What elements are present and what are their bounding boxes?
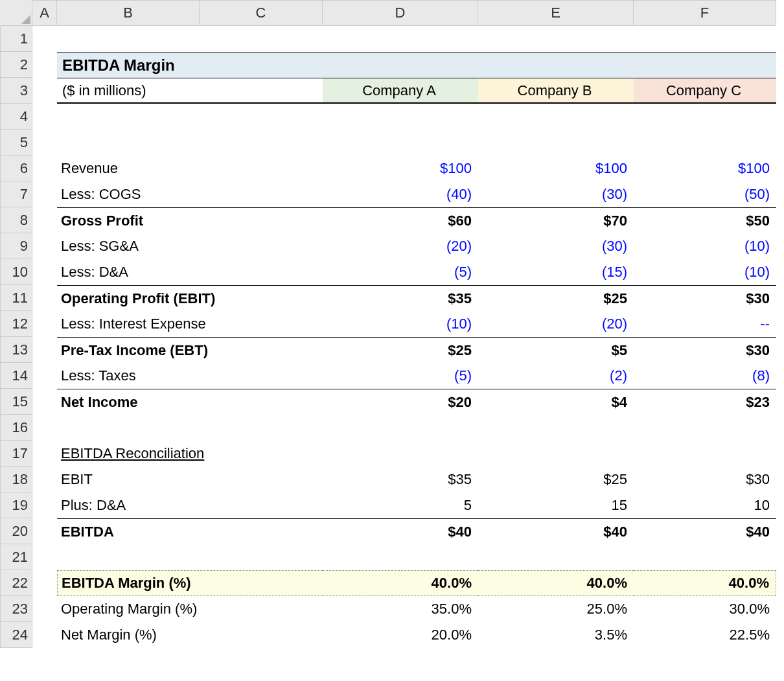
cell[interactable] <box>323 104 478 130</box>
cell[interactable] <box>200 26 323 52</box>
cell[interactable] <box>32 596 57 622</box>
cell[interactable] <box>634 26 776 52</box>
row-header[interactable]: 21 <box>0 544 32 570</box>
company-header[interactable]: Company A <box>323 78 478 104</box>
cell[interactable] <box>32 337 57 363</box>
row-header[interactable]: 20 <box>0 518 32 544</box>
value-cell[interactable]: 20.0% <box>323 622 478 648</box>
value-cell[interactable]: $40 <box>478 518 634 544</box>
value-cell[interactable]: 35.0% <box>323 596 478 622</box>
cell[interactable] <box>200 415 323 441</box>
col-header[interactable]: F <box>634 0 776 26</box>
value-cell[interactable]: $25 <box>323 337 478 363</box>
cell[interactable] <box>478 26 634 52</box>
row-header[interactable]: 12 <box>0 311 32 337</box>
label-cell[interactable]: Operating Margin (%) <box>57 596 323 622</box>
select-all-corner[interactable] <box>0 0 32 26</box>
value-cell[interactable]: $40 <box>323 518 478 544</box>
value-cell[interactable]: $5 <box>478 337 634 363</box>
value-cell[interactable]: $35 <box>323 285 478 311</box>
value-cell[interactable]: 40.0% <box>634 570 776 596</box>
cell[interactable] <box>478 544 634 570</box>
cell[interactable] <box>57 26 200 52</box>
row-header[interactable]: 7 <box>0 181 32 207</box>
row-header[interactable]: 22 <box>0 570 32 596</box>
value-cell[interactable]: $30 <box>634 467 776 492</box>
row-header[interactable]: 2 <box>0 52 32 78</box>
label-cell[interactable]: Less: D&A <box>57 259 323 285</box>
cell[interactable] <box>32 156 57 181</box>
cell[interactable] <box>32 622 57 648</box>
row-header[interactable]: 14 <box>0 363 32 389</box>
cell[interactable] <box>32 52 57 78</box>
row-header[interactable]: 19 <box>0 492 32 518</box>
value-cell[interactable]: (50) <box>634 181 776 207</box>
cell[interactable] <box>32 285 57 311</box>
cell[interactable] <box>32 233 57 259</box>
cell[interactable] <box>57 104 200 130</box>
value-cell[interactable]: $50 <box>634 207 776 233</box>
value-cell[interactable]: $60 <box>323 207 478 233</box>
value-cell[interactable]: (30) <box>478 181 634 207</box>
row-header[interactable]: 11 <box>0 285 32 311</box>
value-cell[interactable]: $30 <box>634 337 776 363</box>
cell[interactable] <box>32 389 57 415</box>
cell[interactable] <box>32 311 57 337</box>
cell[interactable] <box>32 26 57 52</box>
value-cell[interactable]: 22.5% <box>634 622 776 648</box>
cell[interactable] <box>57 544 200 570</box>
label-cell[interactable]: Plus: D&A <box>57 492 323 518</box>
cell[interactable] <box>323 415 478 441</box>
value-cell[interactable]: (30) <box>478 233 634 259</box>
company-header[interactable]: Company C <box>634 78 776 104</box>
title-cell[interactable]: EBITDA Margin <box>57 52 776 78</box>
company-header[interactable]: Company B <box>478 78 634 104</box>
label-cell[interactable]: Pre-Tax Income (EBT) <box>57 337 323 363</box>
col-header[interactable]: A <box>32 0 57 26</box>
section-header[interactable]: EBITDA Reconciliation <box>57 441 323 467</box>
value-cell[interactable]: $40 <box>634 518 776 544</box>
value-cell[interactable]: (10) <box>634 233 776 259</box>
cell[interactable] <box>634 130 776 156</box>
cell[interactable] <box>478 415 634 441</box>
value-cell[interactable]: 40.0% <box>478 570 634 596</box>
label-cell[interactable]: Less: SG&A <box>57 233 323 259</box>
label-cell[interactable]: Less: Interest Expense <box>57 311 323 337</box>
cell[interactable] <box>32 130 57 156</box>
cell[interactable] <box>32 492 57 518</box>
cell[interactable] <box>57 130 200 156</box>
value-cell[interactable]: 25.0% <box>478 596 634 622</box>
value-cell[interactable]: (10) <box>323 311 478 337</box>
row-header[interactable]: 9 <box>0 233 32 259</box>
value-cell[interactable]: -- <box>634 311 776 337</box>
cell[interactable] <box>32 518 57 544</box>
row-header[interactable]: 18 <box>0 467 32 492</box>
value-cell[interactable]: 3.5% <box>478 622 634 648</box>
value-cell[interactable]: $100 <box>634 156 776 181</box>
row-header[interactable]: 17 <box>0 441 32 467</box>
row-header[interactable]: 1 <box>0 26 32 52</box>
value-cell[interactable]: (20) <box>478 311 634 337</box>
cell[interactable] <box>323 441 478 467</box>
label-cell[interactable]: Net Margin (%) <box>57 622 323 648</box>
value-cell[interactable]: (8) <box>634 363 776 389</box>
cell[interactable] <box>634 104 776 130</box>
cell[interactable] <box>32 207 57 233</box>
col-header[interactable]: E <box>478 0 634 26</box>
value-cell[interactable]: 5 <box>323 492 478 518</box>
cell[interactable] <box>323 26 478 52</box>
cell[interactable] <box>32 104 57 130</box>
cell[interactable] <box>200 130 323 156</box>
row-header[interactable]: 5 <box>0 130 32 156</box>
value-cell[interactable]: (40) <box>323 181 478 207</box>
value-cell[interactable]: (15) <box>478 259 634 285</box>
cell[interactable] <box>478 441 634 467</box>
value-cell[interactable]: $25 <box>478 467 634 492</box>
cell[interactable] <box>323 544 478 570</box>
value-cell[interactable]: (5) <box>323 259 478 285</box>
cell[interactable] <box>32 544 57 570</box>
label-cell[interactable]: EBITDA <box>57 518 323 544</box>
col-header[interactable]: C <box>200 0 323 26</box>
col-header[interactable]: B <box>57 0 200 26</box>
cell[interactable] <box>57 415 200 441</box>
